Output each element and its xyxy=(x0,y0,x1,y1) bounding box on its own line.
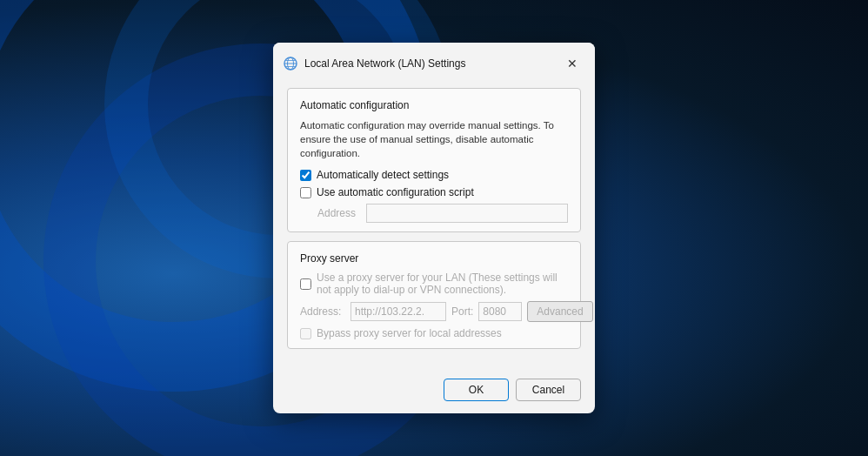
dialog-overlay: Local Area Network (LAN) Settings ✕ Auto… xyxy=(0,0,868,456)
dialog-body: Automatic configuration Automatic config… xyxy=(273,81,595,372)
dialog-footer: OK Cancel xyxy=(273,372,595,413)
automatic-config-section: Automatic configuration Automatic config… xyxy=(287,88,581,232)
auto-detect-row: Automatically detect settings xyxy=(300,169,568,181)
close-button[interactable]: ✕ xyxy=(560,51,584,76)
auto-script-checkbox[interactable] xyxy=(300,187,311,198)
use-proxy-checkbox[interactable] xyxy=(300,278,311,290)
cancel-button[interactable]: Cancel xyxy=(516,379,581,401)
dialog-title: Local Area Network (LAN) Settings xyxy=(304,57,465,70)
ok-button[interactable]: OK xyxy=(444,379,509,401)
proxy-address-row: Address: Port: Advanced xyxy=(300,301,568,322)
lan-settings-dialog: Local Area Network (LAN) Settings ✕ Auto… xyxy=(273,43,595,413)
bypass-proxy-label: Bypass proxy server for local addresses xyxy=(317,327,502,339)
dialog-title-left: Local Area Network (LAN) Settings xyxy=(284,57,465,70)
auto-config-title: Automatic configuration xyxy=(300,99,568,111)
dialog-titlebar: Local Area Network (LAN) Settings ✕ xyxy=(273,43,595,81)
auto-detect-label: Automatically detect settings xyxy=(317,169,449,181)
proxy-port-label: Port: xyxy=(451,305,473,318)
use-proxy-row: Use a proxy server for your LAN (These s… xyxy=(300,272,568,296)
auto-script-row: Use automatic configuration script xyxy=(300,186,568,198)
address-label: Address xyxy=(317,207,361,219)
use-proxy-label: Use a proxy server for your LAN (These s… xyxy=(317,272,568,296)
proxy-address-input[interactable] xyxy=(351,302,446,321)
proxy-server-section: Proxy server Use a proxy server for your… xyxy=(287,241,581,349)
bypass-proxy-checkbox[interactable] xyxy=(300,328,311,339)
auto-config-description: Automatic configuration may override man… xyxy=(300,118,568,160)
proxy-section-title: Proxy server xyxy=(300,252,568,265)
address-input[interactable] xyxy=(366,204,568,223)
auto-script-address-row: Address xyxy=(317,204,568,223)
bypass-row: Bypass proxy server for local addresses xyxy=(300,327,568,339)
network-icon xyxy=(284,57,297,70)
proxy-address-label: Address: xyxy=(300,305,345,318)
proxy-port-input[interactable] xyxy=(478,302,522,321)
auto-detect-checkbox[interactable] xyxy=(300,170,311,181)
auto-script-label: Use automatic configuration script xyxy=(317,186,474,198)
advanced-button[interactable]: Advanced xyxy=(527,301,592,322)
